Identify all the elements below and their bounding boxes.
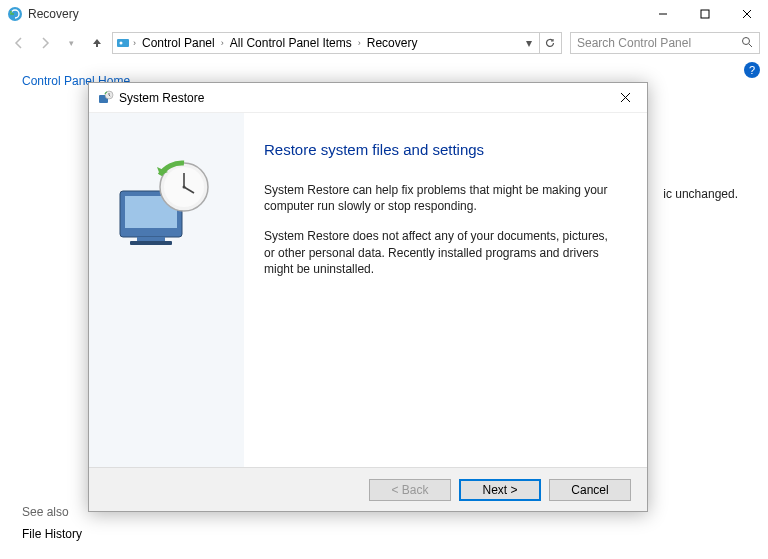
refresh-button[interactable] <box>539 33 559 53</box>
search-placeholder: Search Control Panel <box>577 36 741 50</box>
window-title: Recovery <box>24 7 79 21</box>
dialog-button-row: < Back Next > Cancel <box>89 467 647 511</box>
file-history-link[interactable]: File History <box>22 527 82 541</box>
crumb-2[interactable]: All Control Panel Items <box>226 36 356 50</box>
search-icon <box>741 36 753 51</box>
dialog-paragraph-2: System Restore does not affect any of yo… <box>264 228 615 277</box>
search-input[interactable]: Search Control Panel <box>570 32 760 54</box>
next-button[interactable]: Next > <box>459 479 541 501</box>
control-panel-icon <box>115 35 131 51</box>
chevron-right-icon: › <box>221 38 224 48</box>
svg-rect-5 <box>117 39 129 47</box>
cancel-button[interactable]: Cancel <box>549 479 631 501</box>
help-icon[interactable]: ? <box>744 62 760 78</box>
back-button: < Back <box>369 479 451 501</box>
dialog-close-button[interactable] <box>611 87 639 109</box>
background-text: ic unchanged. <box>663 187 738 201</box>
system-restore-icon <box>97 89 115 107</box>
system-restore-illustration <box>112 153 222 263</box>
chevron-right-icon: › <box>358 38 361 48</box>
maximize-button[interactable] <box>684 0 726 28</box>
crumb-3[interactable]: Recovery <box>363 36 422 50</box>
address-expand[interactable]: ▾ <box>521 33 537 53</box>
recovery-icon <box>6 5 24 23</box>
dialog-title: System Restore <box>115 91 204 105</box>
close-button[interactable] <box>726 0 768 28</box>
svg-rect-15 <box>137 237 165 241</box>
dialog-paragraph-1: System Restore can help fix problems tha… <box>264 182 615 214</box>
svg-rect-16 <box>130 241 172 245</box>
back-arrow[interactable] <box>8 32 30 54</box>
see-also-label: See also <box>22 505 69 519</box>
svg-point-21 <box>182 186 185 189</box>
svg-point-7 <box>743 37 750 44</box>
up-arrow[interactable] <box>86 32 108 54</box>
svg-point-6 <box>120 42 123 45</box>
forward-arrow[interactable] <box>34 32 56 54</box>
chevron-right-icon: › <box>133 38 136 48</box>
svg-rect-2 <box>701 10 709 18</box>
crumb-1[interactable]: Control Panel <box>138 36 219 50</box>
svg-line-8 <box>749 44 752 47</box>
system-restore-dialog: System Restore Restore system files and … <box>88 82 648 512</box>
svg-point-0 <box>8 7 22 21</box>
dialog-sidebar <box>89 113 244 467</box>
minimize-button[interactable] <box>642 0 684 28</box>
breadcrumb[interactable]: › Control Panel › All Control Panel Item… <box>112 32 562 54</box>
dialog-heading: Restore system files and settings <box>264 141 615 158</box>
recent-chevron[interactable]: ▾ <box>60 32 82 54</box>
